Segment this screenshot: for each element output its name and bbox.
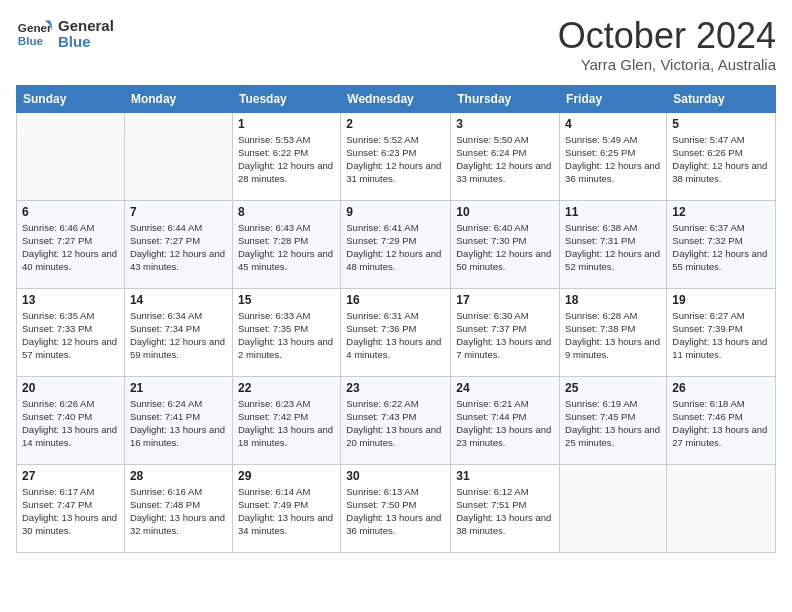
column-header-wednesday: Wednesday — [341, 85, 451, 112]
day-info: Sunrise: 6:24 AM Sunset: 7:41 PM Dayligh… — [130, 397, 227, 450]
day-info: Sunrise: 5:50 AM Sunset: 6:24 PM Dayligh… — [456, 133, 554, 186]
day-number: 27 — [22, 469, 119, 483]
day-info: Sunrise: 6:27 AM Sunset: 7:39 PM Dayligh… — [672, 309, 770, 362]
svg-text:General: General — [18, 21, 52, 34]
day-number: 26 — [672, 381, 770, 395]
day-number: 20 — [22, 381, 119, 395]
calendar-cell: 23Sunrise: 6:22 AM Sunset: 7:43 PM Dayli… — [341, 376, 451, 464]
calendar-week-4: 20Sunrise: 6:26 AM Sunset: 7:40 PM Dayli… — [17, 376, 776, 464]
day-info: Sunrise: 6:35 AM Sunset: 7:33 PM Dayligh… — [22, 309, 119, 362]
day-info: Sunrise: 6:40 AM Sunset: 7:30 PM Dayligh… — [456, 221, 554, 274]
day-info: Sunrise: 6:28 AM Sunset: 7:38 PM Dayligh… — [565, 309, 661, 362]
day-number: 7 — [130, 205, 227, 219]
calendar-cell: 17Sunrise: 6:30 AM Sunset: 7:37 PM Dayli… — [451, 288, 560, 376]
day-info: Sunrise: 6:30 AM Sunset: 7:37 PM Dayligh… — [456, 309, 554, 362]
logo: General Blue General Blue — [16, 16, 114, 52]
day-number: 9 — [346, 205, 445, 219]
day-number: 3 — [456, 117, 554, 131]
column-header-monday: Monday — [124, 85, 232, 112]
location: Yarra Glen, Victoria, Australia — [558, 56, 776, 73]
day-info: Sunrise: 6:44 AM Sunset: 7:27 PM Dayligh… — [130, 221, 227, 274]
day-number: 28 — [130, 469, 227, 483]
calendar-cell: 14Sunrise: 6:34 AM Sunset: 7:34 PM Dayli… — [124, 288, 232, 376]
calendar-cell: 3Sunrise: 5:50 AM Sunset: 6:24 PM Daylig… — [451, 112, 560, 200]
day-info: Sunrise: 6:21 AM Sunset: 7:44 PM Dayligh… — [456, 397, 554, 450]
day-info: Sunrise: 6:31 AM Sunset: 7:36 PM Dayligh… — [346, 309, 445, 362]
calendar-cell: 29Sunrise: 6:14 AM Sunset: 7:49 PM Dayli… — [232, 464, 340, 552]
day-number: 25 — [565, 381, 661, 395]
logo-line1: General — [58, 18, 114, 35]
day-number: 22 — [238, 381, 335, 395]
day-number: 11 — [565, 205, 661, 219]
header-row: SundayMondayTuesdayWednesdayThursdayFrid… — [17, 85, 776, 112]
day-number: 29 — [238, 469, 335, 483]
day-number: 24 — [456, 381, 554, 395]
column-header-saturday: Saturday — [667, 85, 776, 112]
calendar-cell — [667, 464, 776, 552]
day-info: Sunrise: 6:16 AM Sunset: 7:48 PM Dayligh… — [130, 485, 227, 538]
calendar-cell: 22Sunrise: 6:23 AM Sunset: 7:42 PM Dayli… — [232, 376, 340, 464]
day-number: 6 — [22, 205, 119, 219]
day-number: 15 — [238, 293, 335, 307]
column-header-sunday: Sunday — [17, 85, 125, 112]
calendar-cell: 10Sunrise: 6:40 AM Sunset: 7:30 PM Dayli… — [451, 200, 560, 288]
calendar-cell: 31Sunrise: 6:12 AM Sunset: 7:51 PM Dayli… — [451, 464, 560, 552]
calendar-cell: 25Sunrise: 6:19 AM Sunset: 7:45 PM Dayli… — [560, 376, 667, 464]
day-number: 17 — [456, 293, 554, 307]
day-number: 13 — [22, 293, 119, 307]
day-number: 23 — [346, 381, 445, 395]
day-info: Sunrise: 5:52 AM Sunset: 6:23 PM Dayligh… — [346, 133, 445, 186]
column-header-thursday: Thursday — [451, 85, 560, 112]
day-number: 21 — [130, 381, 227, 395]
day-info: Sunrise: 6:33 AM Sunset: 7:35 PM Dayligh… — [238, 309, 335, 362]
calendar-week-3: 13Sunrise: 6:35 AM Sunset: 7:33 PM Dayli… — [17, 288, 776, 376]
day-info: Sunrise: 6:37 AM Sunset: 7:32 PM Dayligh… — [672, 221, 770, 274]
month-title: October 2024 — [558, 16, 776, 56]
calendar-cell: 18Sunrise: 6:28 AM Sunset: 7:38 PM Dayli… — [560, 288, 667, 376]
day-info: Sunrise: 6:38 AM Sunset: 7:31 PM Dayligh… — [565, 221, 661, 274]
day-number: 30 — [346, 469, 445, 483]
calendar-cell: 6Sunrise: 6:46 AM Sunset: 7:27 PM Daylig… — [17, 200, 125, 288]
calendar-cell: 30Sunrise: 6:13 AM Sunset: 7:50 PM Dayli… — [341, 464, 451, 552]
calendar-cell: 4Sunrise: 5:49 AM Sunset: 6:25 PM Daylig… — [560, 112, 667, 200]
day-number: 16 — [346, 293, 445, 307]
day-info: Sunrise: 6:34 AM Sunset: 7:34 PM Dayligh… — [130, 309, 227, 362]
day-info: Sunrise: 6:22 AM Sunset: 7:43 PM Dayligh… — [346, 397, 445, 450]
day-number: 1 — [238, 117, 335, 131]
calendar-week-5: 27Sunrise: 6:17 AM Sunset: 7:47 PM Dayli… — [17, 464, 776, 552]
calendar-cell: 26Sunrise: 6:18 AM Sunset: 7:46 PM Dayli… — [667, 376, 776, 464]
day-number: 8 — [238, 205, 335, 219]
calendar-week-2: 6Sunrise: 6:46 AM Sunset: 7:27 PM Daylig… — [17, 200, 776, 288]
calendar-cell: 12Sunrise: 6:37 AM Sunset: 7:32 PM Dayli… — [667, 200, 776, 288]
calendar-cell: 15Sunrise: 6:33 AM Sunset: 7:35 PM Dayli… — [232, 288, 340, 376]
calendar-cell: 16Sunrise: 6:31 AM Sunset: 7:36 PM Dayli… — [341, 288, 451, 376]
day-info: Sunrise: 5:49 AM Sunset: 6:25 PM Dayligh… — [565, 133, 661, 186]
day-info: Sunrise: 5:47 AM Sunset: 6:26 PM Dayligh… — [672, 133, 770, 186]
calendar-cell: 7Sunrise: 6:44 AM Sunset: 7:27 PM Daylig… — [124, 200, 232, 288]
calendar-week-1: 1Sunrise: 5:53 AM Sunset: 6:22 PM Daylig… — [17, 112, 776, 200]
day-info: Sunrise: 6:46 AM Sunset: 7:27 PM Dayligh… — [22, 221, 119, 274]
calendar-table: SundayMondayTuesdayWednesdayThursdayFrid… — [16, 85, 776, 553]
calendar-cell: 2Sunrise: 5:52 AM Sunset: 6:23 PM Daylig… — [341, 112, 451, 200]
calendar-cell: 21Sunrise: 6:24 AM Sunset: 7:41 PM Dayli… — [124, 376, 232, 464]
svg-text:Blue: Blue — [18, 34, 44, 47]
column-header-tuesday: Tuesday — [232, 85, 340, 112]
day-number: 2 — [346, 117, 445, 131]
calendar-cell: 28Sunrise: 6:16 AM Sunset: 7:48 PM Dayli… — [124, 464, 232, 552]
calendar-cell: 1Sunrise: 5:53 AM Sunset: 6:22 PM Daylig… — [232, 112, 340, 200]
day-number: 5 — [672, 117, 770, 131]
day-number: 12 — [672, 205, 770, 219]
day-info: Sunrise: 5:53 AM Sunset: 6:22 PM Dayligh… — [238, 133, 335, 186]
day-info: Sunrise: 6:18 AM Sunset: 7:46 PM Dayligh… — [672, 397, 770, 450]
calendar-cell — [560, 464, 667, 552]
calendar-cell: 20Sunrise: 6:26 AM Sunset: 7:40 PM Dayli… — [17, 376, 125, 464]
day-number: 19 — [672, 293, 770, 307]
calendar-cell: 5Sunrise: 5:47 AM Sunset: 6:26 PM Daylig… — [667, 112, 776, 200]
day-info: Sunrise: 6:26 AM Sunset: 7:40 PM Dayligh… — [22, 397, 119, 450]
page-header: General Blue General Blue October 2024 Y… — [16, 16, 776, 73]
calendar-cell: 27Sunrise: 6:17 AM Sunset: 7:47 PM Dayli… — [17, 464, 125, 552]
title-area: October 2024 Yarra Glen, Victoria, Austr… — [558, 16, 776, 73]
calendar-cell: 9Sunrise: 6:41 AM Sunset: 7:29 PM Daylig… — [341, 200, 451, 288]
calendar-cell: 13Sunrise: 6:35 AM Sunset: 7:33 PM Dayli… — [17, 288, 125, 376]
day-number: 14 — [130, 293, 227, 307]
